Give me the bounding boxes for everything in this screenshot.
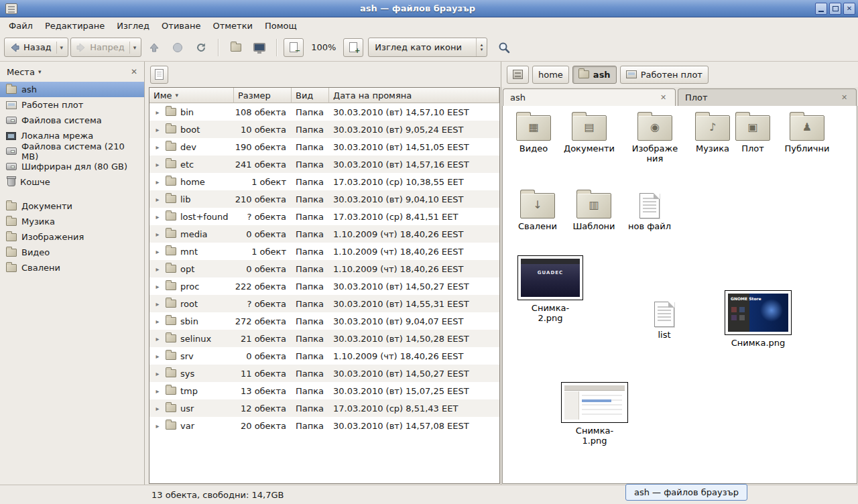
tab-close-button[interactable]: ✕ bbox=[658, 92, 668, 103]
tab-ash[interactable]: ash ✕ bbox=[503, 88, 676, 106]
expander-icon[interactable]: ▸ bbox=[154, 422, 162, 430]
menu-edit[interactable]: Редактиране bbox=[39, 19, 111, 33]
column-header-size[interactable]: Размер bbox=[234, 88, 292, 103]
expander-icon[interactable]: ▸ bbox=[154, 335, 162, 342]
table-row[interactable]: ▸dev 190 обекта Папка 30.03.2010 (вт) 14… bbox=[149, 138, 499, 155]
table-row[interactable]: ▸usr 12 обекта Папка 17.03.2010 (ср) 8,5… bbox=[149, 399, 499, 417]
expander-icon[interactable]: ▸ bbox=[154, 213, 162, 220]
expander-icon[interactable]: ▸ bbox=[154, 143, 162, 151]
tab-close-button[interactable]: ✕ bbox=[839, 92, 849, 103]
menu-view[interactable]: Изглед bbox=[111, 19, 156, 33]
expander-icon[interactable]: ▸ bbox=[154, 265, 162, 273]
sidebar-item-filesystem[interactable]: Файлова система bbox=[0, 113, 144, 128]
table-row[interactable]: ▸lost+found ? обекта Папка 17.03.2010 (с… bbox=[149, 208, 499, 225]
table-row[interactable]: ▸boot 10 обекта Папка 30.03.2010 (вт) 9,… bbox=[149, 121, 499, 138]
status-text: 13 обекта, свободни: 14,7GB bbox=[151, 490, 284, 500]
icon-item-videos[interactable]: ▦ Видео bbox=[505, 115, 562, 154]
icon-item-snimka-1[interactable]: Снимка-1.png bbox=[561, 382, 628, 446]
sidebar-item-encrypted-volume[interactable]: Шифриран дял (80 GB) bbox=[0, 159, 144, 174]
icon-item-list[interactable]: list bbox=[644, 302, 684, 340]
icon-item-documents[interactable]: ▤ Документи bbox=[561, 115, 617, 154]
close-button[interactable]: ✕ bbox=[843, 3, 855, 15]
sidebar-item-videos[interactable]: Видео bbox=[0, 245, 144, 260]
file-name: sys bbox=[180, 369, 194, 379]
column-header-date[interactable]: Дата на промяна bbox=[329, 88, 499, 103]
expander-icon[interactable]: ▸ bbox=[154, 387, 162, 395]
icon-item-snimka[interactable]: GNOME Store Снимка.png bbox=[725, 290, 792, 349]
back-button[interactable]: Назад ▾ bbox=[4, 38, 68, 57]
forward-button[interactable]: Напред ▾ bbox=[70, 38, 141, 57]
root-path-button[interactable] bbox=[507, 66, 529, 84]
table-row[interactable]: ▸srv 0 обекта Папка 1.10.2009 (чт) 18,40… bbox=[149, 347, 499, 365]
expander-icon[interactable]: ▸ bbox=[154, 353, 162, 360]
table-row[interactable]: ▸lib 210 обекта Папка 30.03.2010 (вт) 9,… bbox=[149, 190, 499, 208]
table-row[interactable]: ▸sys 11 обекта Папка 30.03.2010 (вт) 14,… bbox=[149, 365, 499, 382]
table-row[interactable]: ▸home 1 обект Папка 17.03.2010 (ср) 10,3… bbox=[149, 173, 499, 190]
expander-icon[interactable]: ▸ bbox=[154, 370, 162, 377]
icon-item-downloads[interactable]: ↓ Свалени bbox=[509, 193, 566, 232]
icon-item-public[interactable]: ♟ Публични bbox=[779, 115, 835, 154]
expander-icon[interactable]: ▸ bbox=[154, 109, 162, 116]
sidebar-item-ash[interactable]: ash bbox=[0, 82, 144, 97]
table-row[interactable]: ▸mnt 1 обект Папка 1.10.2009 (чт) 18,40,… bbox=[149, 243, 499, 260]
stop-button[interactable] bbox=[167, 38, 188, 58]
zoom-out-button[interactable]: − bbox=[284, 38, 304, 57]
table-row[interactable]: ▸etc 241 обекта Папка 30.03.2010 (вт) 14… bbox=[149, 155, 499, 173]
sidebar-item-documents[interactable]: Документи bbox=[0, 198, 144, 214]
column-header-name[interactable]: Име ▾ bbox=[149, 88, 234, 103]
expander-icon[interactable]: ▸ bbox=[154, 283, 162, 290]
icon-item-new-file[interactable]: нов файл bbox=[621, 193, 678, 232]
table-row[interactable]: ▸selinux 21 обекта Папка 30.03.2010 (вт)… bbox=[149, 330, 499, 347]
search-button[interactable] bbox=[493, 38, 515, 58]
expander-icon[interactable]: ▸ bbox=[154, 231, 162, 238]
sidebar-mode-selector[interactable]: Места ▾ bbox=[7, 67, 41, 77]
table-row[interactable]: ▸sbin 272 обекта Папка 30.03.2010 (вт) 9… bbox=[149, 312, 499, 330]
location-icon-button[interactable] bbox=[150, 66, 168, 84]
up-button[interactable] bbox=[143, 38, 165, 58]
table-row[interactable]: ▸root ? обекта Папка 30.03.2010 (вт) 14,… bbox=[149, 295, 499, 312]
sidebar-item-music[interactable]: Музика bbox=[0, 214, 144, 229]
maximize-button[interactable] bbox=[829, 3, 841, 15]
table-row[interactable]: ▸tmp 13 обекта Папка 30.03.2010 (вт) 15,… bbox=[149, 382, 499, 399]
computer-button[interactable] bbox=[249, 38, 270, 58]
menu-go[interactable]: Отиване bbox=[156, 19, 206, 33]
zoom-in-button[interactable]: + bbox=[343, 38, 363, 57]
path-button-ash[interactable]: ash bbox=[572, 66, 617, 84]
sidebar-item-trash[interactable]: Кошче bbox=[0, 174, 144, 190]
column-header-type[interactable]: Вид bbox=[292, 88, 329, 103]
reload-button[interactable] bbox=[190, 38, 212, 58]
expander-icon[interactable]: ▸ bbox=[154, 318, 162, 325]
table-row[interactable]: ▸proc 222 обекта Папка 30.03.2010 (вт) 1… bbox=[149, 277, 499, 295]
table-row[interactable]: ▸bin 108 обекта Папка 30.03.2010 (вт) 14… bbox=[149, 103, 499, 121]
expander-icon[interactable]: ▸ bbox=[154, 248, 162, 255]
menu-help[interactable]: Помощ bbox=[259, 19, 303, 33]
menu-bookmarks[interactable]: Отметки bbox=[206, 19, 258, 33]
sidebar-item-desktop[interactable]: Работен плот bbox=[0, 97, 144, 113]
back-history-chevron-icon[interactable]: ▾ bbox=[56, 42, 64, 54]
minimize-button[interactable] bbox=[815, 3, 827, 15]
path-button-desktop[interactable]: Работен плот bbox=[620, 66, 709, 84]
sidebar-item-downloads[interactable]: Свалени bbox=[0, 260, 144, 275]
icon-item-templates[interactable]: ▥ Шаблони bbox=[566, 193, 622, 232]
expander-icon[interactable]: ▸ bbox=[154, 405, 162, 412]
table-row[interactable]: ▸var 20 обекта Папка 30.03.2010 (вт) 14,… bbox=[149, 417, 499, 434]
tab-plot[interactable]: Плот ✕ bbox=[678, 88, 857, 106]
file-name: opt bbox=[180, 264, 194, 274]
expander-icon[interactable]: ▸ bbox=[154, 196, 162, 203]
icon-item-snimka-2[interactable]: GUADEC Снимка-2.png bbox=[517, 255, 583, 324]
expander-icon[interactable]: ▸ bbox=[154, 126, 162, 133]
home-button[interactable] bbox=[225, 38, 247, 58]
sidebar-item-pictures[interactable]: Изображения bbox=[0, 229, 144, 245]
expander-icon[interactable]: ▸ bbox=[154, 300, 162, 308]
path-button-home[interactable]: home bbox=[532, 66, 569, 84]
view-mode-dropdown[interactable]: Изглед като икони ▴▾ bbox=[368, 38, 487, 57]
expander-icon[interactable]: ▸ bbox=[154, 178, 162, 186]
icon-item-pictures[interactable]: ◉ Изображения bbox=[627, 115, 683, 164]
sidebar-close-button[interactable]: ✕ bbox=[128, 66, 140, 78]
icon-item-desktop[interactable]: ▣ Плот bbox=[730, 115, 776, 154]
table-row[interactable]: ▸media 0 обекта Папка 1.10.2009 (чт) 18,… bbox=[149, 225, 499, 243]
expander-icon[interactable]: ▸ bbox=[154, 161, 162, 168]
sidebar-item-filesystem-210mb[interactable]: Файлова система (210 MB) bbox=[0, 143, 144, 159]
menu-file[interactable]: Файл bbox=[3, 19, 39, 33]
table-row[interactable]: ▸opt 0 обекта Папка 1.10.2009 (чт) 18,40… bbox=[149, 260, 499, 277]
